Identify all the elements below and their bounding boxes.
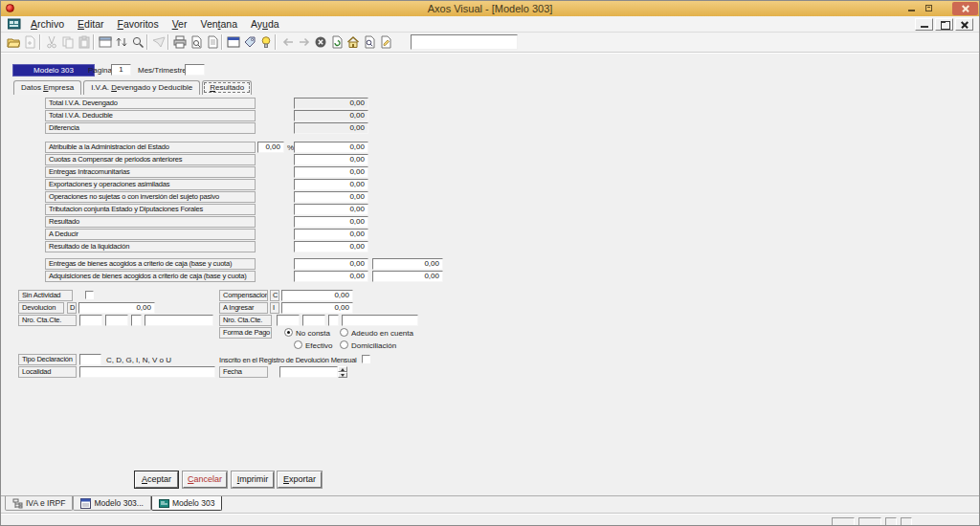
row-value[interactable]: 0,00 [294, 166, 368, 178]
tips-button[interactable] [257, 33, 274, 51]
open-button[interactable] [5, 33, 21, 51]
row-label: Diferencia [45, 122, 256, 134]
copy-icon [61, 35, 75, 49]
aceptar-button[interactable]: Aceptar [135, 471, 178, 488]
cancelar-button[interactable]: Cancelar [183, 471, 227, 488]
restore-icon [925, 5, 932, 11]
print-preview-button[interactable] [188, 33, 204, 51]
cta-cuenta-field[interactable] [342, 315, 418, 326]
teal-form-icon [159, 498, 169, 509]
home-button[interactable] [345, 33, 361, 51]
mdi-close-button[interactable] [955, 18, 973, 31]
radio-adeudo-en-cuenta[interactable] [340, 328, 348, 337]
cta-dc-field[interactable] [328, 315, 339, 326]
row-label: Tributacion conjunta Estado y Diputacion… [45, 204, 256, 215]
minimize-icon [908, 10, 915, 11]
radio-no-consta[interactable] [284, 328, 293, 337]
menu-editar[interactable]: Editar [71, 16, 110, 32]
fecha-spin-down-button[interactable] [338, 372, 347, 378]
cta-cuenta-field[interactable] [145, 315, 213, 326]
compensacion-field[interactable]: 0,00 [281, 290, 353, 301]
menu-ver[interactable]: Ver [166, 16, 194, 32]
row-value[interactable]: 0,00 [294, 229, 368, 240]
devolucion-field[interactable]: 0,00 [78, 302, 155, 314]
menu-favoritos[interactable]: Favoritos [110, 16, 165, 32]
stop-button[interactable] [312, 33, 328, 51]
sort-icon [115, 35, 128, 49]
caja-cuota-field[interactable]: 0,00 [372, 258, 443, 270]
a-ingresar-field[interactable]: 0,00 [281, 302, 353, 314]
window-icon [227, 35, 240, 49]
row-value[interactable]: 0,00 [294, 216, 368, 228]
mdi-minimize-button[interactable] [915, 18, 933, 31]
cta-cte-label: Nro. Cta.Cte. [219, 315, 272, 326]
pagina-field[interactable]: 1 [111, 64, 131, 76]
inscrito-registro-label: Inscrito en el Registro de Devolución Me… [219, 356, 357, 364]
compensacion-label: Compensacion [219, 290, 268, 301]
radio-no-consta-label: No consta [296, 329, 330, 338]
inscrito-registro-checkbox[interactable] [362, 355, 370, 363]
cta-oficina-field[interactable] [302, 315, 325, 326]
radio-domiciliacion[interactable] [340, 340, 348, 349]
mes-trimestre-field[interactable] [185, 64, 205, 76]
tree-list-icon [12, 498, 23, 509]
notes-button[interactable] [377, 33, 393, 51]
row-value[interactable]: 0,00 [294, 179, 368, 190]
cta-entidad-field[interactable] [277, 315, 300, 326]
address-combobox[interactable] [411, 34, 518, 50]
tag-button[interactable] [241, 33, 257, 51]
doctab-modelo-303-list[interactable]: Modelo 303... [73, 496, 151, 511]
window-button[interactable] [225, 33, 241, 51]
search-button[interactable] [361, 33, 377, 51]
pct-field[interactable]: 0,00 [257, 142, 284, 153]
row-value[interactable]: 0,00 [294, 191, 368, 203]
imprimir-button[interactable]: Imprimir [232, 471, 274, 488]
caja-base-field[interactable]: 0,00 [294, 271, 368, 282]
row-label: Adquisiciones de bienes acogidos a crite… [45, 271, 256, 282]
menu-ayuda[interactable]: Ayuda [244, 16, 286, 32]
minimize-button[interactable] [904, 3, 920, 14]
paste-button [76, 33, 92, 51]
localidad-field[interactable] [79, 366, 215, 378]
radio-adeudo-label: Adeudo en cuenta [351, 329, 413, 338]
toolbar-separator [275, 34, 277, 50]
fecha-field[interactable] [279, 366, 338, 378]
row-value[interactable]: 0,00 [294, 154, 368, 165]
cta-entidad-field[interactable] [79, 315, 102, 326]
page-setup-button[interactable] [204, 33, 220, 51]
mes-trimestre-label: Mes/Trimestre [138, 66, 187, 75]
menu-archivo[interactable]: Archivo [24, 16, 71, 32]
cta-dc-field[interactable] [131, 315, 142, 326]
mdi-restore-button[interactable] [935, 18, 953, 31]
open-icon [7, 35, 20, 49]
print-icon [173, 35, 187, 49]
sin-actividad-checkbox[interactable] [85, 291, 94, 299]
print-button[interactable] [171, 33, 188, 51]
row-value[interactable]: 0,00 [294, 241, 368, 252]
pagina-label: Pagina [88, 66, 112, 75]
forward-icon [298, 35, 311, 49]
radio-efectivo[interactable] [294, 340, 302, 349]
row-value[interactable]: 0,00 [294, 142, 368, 153]
row-label: Resultado [45, 216, 256, 228]
tab-iva-devengado-deducible[interactable]: I.V.A. Devengado y Deducible [83, 80, 200, 95]
caja-base-field[interactable]: 0,00 [294, 258, 368, 270]
tipo-declaracion-field[interactable] [79, 354, 101, 365]
row-value[interactable]: 0,00 [294, 204, 368, 215]
tab-resultado[interactable]: Resultado [202, 80, 252, 95]
close-button[interactable] [952, 2, 978, 15]
sort-button[interactable] [113, 33, 129, 51]
doctab-modelo-303[interactable]: Modelo 303 [151, 496, 222, 511]
restore-button[interactable] [922, 3, 937, 14]
tipo-declaracion-label: Tipo Declaración [18, 354, 77, 365]
refresh-button[interactable] [328, 33, 345, 51]
exportar-button[interactable]: Exportar [278, 471, 322, 488]
cta-oficina-field[interactable] [105, 315, 128, 326]
sin-actividad-label: Sin Actividad [18, 290, 73, 301]
doctab-iva-e-irpf[interactable]: IVA e IRPF [5, 496, 73, 511]
caja-cuota-field[interactable]: 0,00 [372, 271, 443, 282]
tab-datos-empresa[interactable]: Datos Empresa [13, 80, 81, 95]
menu-ventana[interactable]: Ventana [193, 16, 244, 32]
save-button[interactable] [97, 33, 113, 51]
zoom-button[interactable] [129, 33, 145, 51]
